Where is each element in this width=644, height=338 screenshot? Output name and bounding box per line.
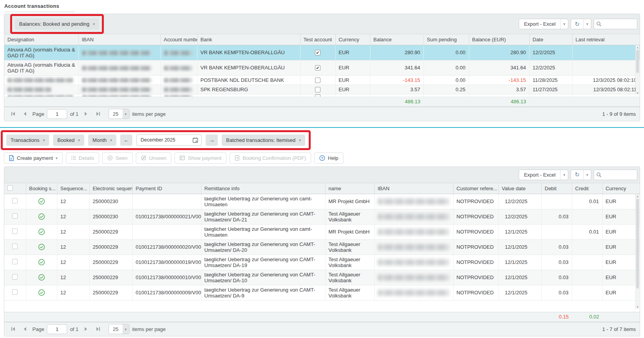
- col-credit[interactable]: Credit: [572, 183, 602, 194]
- search-input[interactable]: [603, 21, 630, 27]
- table-row[interactable]: 12 250000229 0100121738/000000020/V00001…: [4, 239, 640, 255]
- export-options-button[interactable]: ▾: [560, 170, 568, 180]
- row-checkbox[interactable]: [12, 289, 18, 295]
- table-row[interactable]: 12 250000229 0100121738/000000009/V00001…: [4, 285, 640, 300]
- col-test-account[interactable]: Test account: [300, 34, 335, 45]
- export-options-button[interactable]: ▾: [560, 19, 568, 29]
- col-date[interactable]: Date: [529, 34, 572, 45]
- unseen-button[interactable]: Unseen: [136, 152, 172, 164]
- details-button[interactable]: Details: [66, 152, 100, 164]
- test-account-checkbox[interactable]: ✔: [315, 87, 320, 92]
- row-checkbox[interactable]: [12, 259, 18, 264]
- booking-confirmation-button[interactable]: Booking Confirmation (PDF): [229, 152, 311, 164]
- search-input[interactable]: [603, 172, 630, 178]
- help-button[interactable]: ? Help: [314, 152, 343, 164]
- period-type-dropdown[interactable]: Month ▾: [88, 134, 116, 146]
- page-number-input[interactable]: [47, 324, 67, 334]
- table-row[interactable]: SPK REGENSBURG ✔ EUR 3.57 0.25 3.57 11/2…: [4, 85, 640, 94]
- show-payment-button[interactable]: Show payment: [174, 152, 226, 164]
- refresh-button[interactable]: ↻: [571, 170, 583, 180]
- export-excel-button[interactable]: Export - Excel: [519, 19, 560, 29]
- create-payment-button[interactable]: Create payment ▾: [4, 152, 63, 164]
- table-row[interactable]: 12 250000229 0100121738/000000010/V00001…: [4, 270, 640, 285]
- table-row[interactable]: Atruvia AG (vormals Fiducia & GAD IT AG)…: [4, 60, 640, 75]
- pager-next-button[interactable]: [81, 324, 91, 334]
- refresh-options-button[interactable]: ▾: [583, 170, 591, 180]
- table-row[interactable]: 12 250000229 taeglicher Uebertrag zur Ge…: [4, 224, 640, 239]
- calendar-icon[interactable]: [192, 137, 198, 143]
- col-customer-reference[interactable]: Customer refere...: [453, 183, 498, 194]
- page-size-select[interactable]: 25 ▾: [109, 109, 130, 119]
- col-sequence[interactable]: Sequence...: [57, 183, 89, 194]
- col-bank[interactable]: Bank: [197, 34, 300, 45]
- refresh-button[interactable]: ↻: [571, 19, 583, 29]
- col-iban[interactable]: IBAN: [78, 34, 160, 45]
- redacted-iban: [82, 95, 151, 96]
- col-payment-id[interactable]: Payment ID: [132, 183, 201, 194]
- col-balance[interactable]: Balance: [370, 34, 423, 45]
- scrollbar-thumb[interactable]: [636, 199, 639, 288]
- scroll-down-icon[interactable]: ▼: [636, 92, 639, 94]
- table-row[interactable]: 12 250000229 0100121738/000000019/V00001…: [4, 255, 640, 270]
- pager-last-button[interactable]: [93, 109, 103, 119]
- pager-range-label: 1 - 7 of 7 items: [602, 326, 636, 332]
- pager-next-icon: [85, 327, 87, 331]
- test-account-checkbox[interactable]: ✔: [315, 50, 320, 55]
- table-row[interactable]: 12 250000230 taeglicher Uebertrag zur Ge…: [4, 194, 640, 209]
- pager-last-button[interactable]: [93, 324, 103, 334]
- currency-cell: EUR: [602, 239, 640, 255]
- booking-status-dropdown[interactable]: Booked ▾: [53, 134, 84, 146]
- page-size-select[interactable]: 25 ▾: [109, 324, 130, 334]
- pager-prev-button[interactable]: [20, 109, 30, 119]
- test-account-checkbox[interactable]: ✔: [315, 65, 320, 71]
- table-row[interactable]: Atruvia AG (vormals Fiducia & GAD IT AG)…: [4, 45, 640, 60]
- refresh-options-button[interactable]: ▾: [583, 19, 591, 29]
- scrollbar-thumb[interactable]: [636, 50, 639, 73]
- select-all-checkbox[interactable]: [7, 185, 13, 191]
- row-checkbox[interactable]: [12, 198, 18, 204]
- vertical-scrollbar[interactable]: ▲ ▼: [635, 194, 639, 309]
- col-balance-eur[interactable]: Balance (EUR): [469, 34, 529, 45]
- page-number-input[interactable]: [47, 109, 67, 119]
- scroll-up-icon[interactable]: ▲: [636, 195, 639, 198]
- scroll-down-icon[interactable]: ▼: [636, 306, 639, 308]
- pager-first-button[interactable]: [8, 109, 18, 119]
- row-checkbox[interactable]: [12, 274, 18, 280]
- row-checkbox[interactable]: [12, 213, 18, 219]
- col-iban[interactable]: IBAN: [374, 183, 453, 194]
- table-row[interactable]: 12 250000230 0100121738/000000021/V00001…: [4, 209, 640, 224]
- col-sum-pending[interactable]: Sum pending: [423, 34, 469, 45]
- arrow-left-icon: ←: [124, 137, 129, 143]
- vertical-scrollbar[interactable]: ▲ ▼: [635, 45, 639, 95]
- batched-transactions-dropdown[interactable]: Batched transactions: Itemised ▾: [222, 134, 305, 146]
- empty-space-row: [4, 300, 640, 312]
- col-currency[interactable]: Currency: [335, 34, 370, 45]
- col-currency[interactable]: Currency: [602, 183, 640, 194]
- next-period-button[interactable]: →: [206, 134, 218, 146]
- col-electronic-sequence[interactable]: Electronic sequen...: [89, 183, 132, 194]
- pager-next-button[interactable]: [81, 109, 91, 119]
- seen-button[interactable]: Seen: [102, 152, 132, 164]
- col-debit[interactable]: Debit: [541, 183, 572, 194]
- col-booking-status[interactable]: Booking s...: [26, 183, 57, 194]
- col-account-number[interactable]: Account number: [160, 34, 197, 45]
- test-account-checkbox[interactable]: ✔: [315, 78, 320, 83]
- col-designation[interactable]: Designation: [4, 34, 78, 45]
- col-remittance-info[interactable]: Remittance info: [201, 183, 325, 194]
- row-checkbox[interactable]: [12, 244, 18, 249]
- balances-view-dropdown[interactable]: Balances: Booked and pending ▾: [15, 18, 99, 30]
- col-value-date[interactable]: Value date: [498, 183, 541, 194]
- table-row[interactable]: POSTBANK NDL DEUTSCHE BANK ✔ EUR -143.15…: [4, 75, 640, 85]
- scroll-up-icon[interactable]: ▲: [636, 46, 639, 49]
- transactions-type-dropdown[interactable]: Transactions ▾: [6, 134, 49, 146]
- help-icon: ?: [319, 155, 325, 161]
- eye-icon: [107, 155, 113, 161]
- pager-first-button[interactable]: [8, 324, 18, 334]
- previous-period-button[interactable]: ←: [120, 134, 132, 146]
- period-input[interactable]: [141, 137, 190, 143]
- row-checkbox[interactable]: [12, 228, 18, 234]
- pager-prev-button[interactable]: [20, 324, 30, 334]
- export-excel-button[interactable]: Export - Excel: [519, 170, 560, 180]
- col-name[interactable]: name: [325, 183, 374, 194]
- col-last-retrieval[interactable]: Last retrieval: [572, 34, 640, 45]
